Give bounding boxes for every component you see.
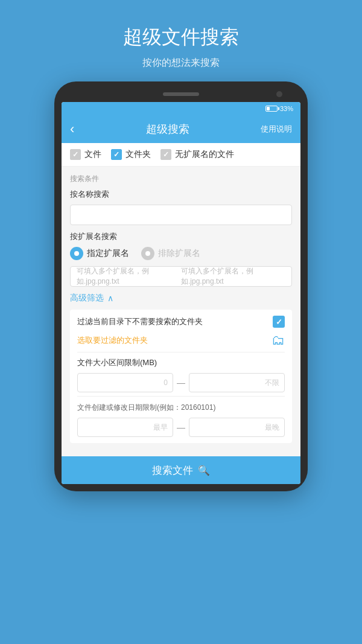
advanced-toggle[interactable]: 高级筛选 ∧ [70,293,292,304]
checkbox-file[interactable] [70,149,81,160]
phone-camera [276,91,282,97]
folder-icon[interactable]: 🗂 [272,333,285,348]
search-button[interactable]: 搜索文件 🔍 [62,456,300,484]
app-title: 超级搜索 [146,122,189,136]
folder-select-row: 选取要过滤的文件夹 🗂 [77,333,285,348]
back-button[interactable]: ‹ [70,121,74,137]
date-from-placeholder: 最早 [153,422,168,433]
chevron-up-icon: ∧ [107,293,113,303]
size-to-input[interactable]: 不限 [189,373,285,392]
phone-frame: 33% ‹ 超级搜索 使用说明 文件 文件夹 无扩展名的文件 [54,81,308,491]
radio-include-icon [70,247,83,260]
battery-percent: 33% [280,105,293,112]
search-button-label: 搜索文件 [152,464,193,477]
date-to-placeholder: 最晚 [265,422,279,433]
search-icon: 🔍 [198,465,210,476]
phone-speaker [163,92,199,96]
ext-input[interactable]: 可填入多个扩展名，例如.jpg.png.txt 可填入多个扩展名，例如.jpg.… [70,266,292,287]
filter-tab-folder-label: 文件夹 [125,149,151,160]
filter-tab-folder[interactable]: 文件夹 [111,149,151,160]
size-to-placeholder: 不限 [265,378,279,388]
ext-input-placeholder: 可填入多个扩展名，例如.jpg.png.txt [77,266,181,287]
app-header: ‹ 超级搜索 使用说明 [62,115,300,143]
size-dash: — [177,378,185,387]
battery-icon [265,106,278,112]
date-dash: — [177,422,185,432]
size-section: 文件大小区间限制(MB) 0 — 不限 [77,357,285,392]
radio-exclude-ext[interactable]: 排除扩展名 [141,247,200,260]
phone-screen: 33% ‹ 超级搜索 使用说明 文件 文件夹 无扩展名的文件 [62,102,300,484]
filter-tab-file-label: 文件 [84,149,101,160]
conditions-label: 搜索条件 [70,174,292,184]
filter-tab-noext[interactable]: 无扩展名的文件 [160,149,234,160]
size-range: 0 — 不限 [77,373,285,392]
date-range: 最早 — 最晚 [77,418,285,437]
ext-placeholder-text: 可填入多个扩展名，例如.jpg.png.txt [181,266,285,287]
radio-group: 指定扩展名 排除扩展名 [70,247,292,260]
radio-include-label: 指定扩展名 [87,248,129,259]
advanced-label: 高级筛选 [70,293,104,304]
battery-indicator: 33% [265,105,293,112]
checkbox-noext[interactable] [160,149,171,160]
date-to-input[interactable]: 最晚 [189,418,285,437]
filter-folder-label: 过滤当前目录下不需要搜索的文件夹 [77,316,273,327]
advanced-section: 过滤当前目录下不需要搜索的文件夹 选取要过滤的文件夹 🗂 文件大小区间限制(MB… [70,310,292,443]
date-section: 文件创建或修改日期限制(例如：20160101) 最早 — 最晚 [77,403,285,437]
name-search-label: 按名称搜索 [70,189,292,200]
size-from-value: 0 [164,378,168,387]
help-button[interactable]: 使用说明 [261,124,292,135]
radio-include-ext[interactable]: 指定扩展名 [70,247,129,260]
filter-tab-noext-label: 无扩展名的文件 [175,149,234,160]
phone-top-bar [62,92,300,96]
size-from-input[interactable]: 0 [77,373,173,392]
select-folder-label[interactable]: 选取要过滤的文件夹 [77,335,148,346]
page-subtitle: 按你的想法来搜索 [142,57,220,69]
date-from-input[interactable]: 最早 [77,418,173,437]
filter-folder-checkbox[interactable] [273,316,285,328]
divider2 [77,396,285,397]
page-title: 超级文件搜索 [123,24,239,51]
filter-tabs: 文件 文件夹 无扩展名的文件 [62,143,300,167]
divider1 [77,352,285,352]
name-search-input[interactable] [70,205,292,225]
battery-fill [267,107,270,110]
radio-exclude-label: 排除扩展名 [158,248,200,259]
status-bar: 33% [62,102,300,115]
ext-search-label: 按扩展名搜索 [70,231,292,242]
filter-folder-row: 过滤当前目录下不需要搜索的文件夹 [77,316,285,328]
date-label: 文件创建或修改日期限制(例如：20160101) [77,403,285,413]
filter-tab-file[interactable]: 文件 [70,149,101,160]
radio-exclude-icon [141,247,154,260]
content-area: 搜索条件 按名称搜索 按扩展名搜索 指定扩展名 排除扩展名 可填入多个扩展名，例… [62,167,300,456]
size-label: 文件大小区间限制(MB) [77,357,285,368]
checkbox-folder[interactable] [111,149,122,160]
